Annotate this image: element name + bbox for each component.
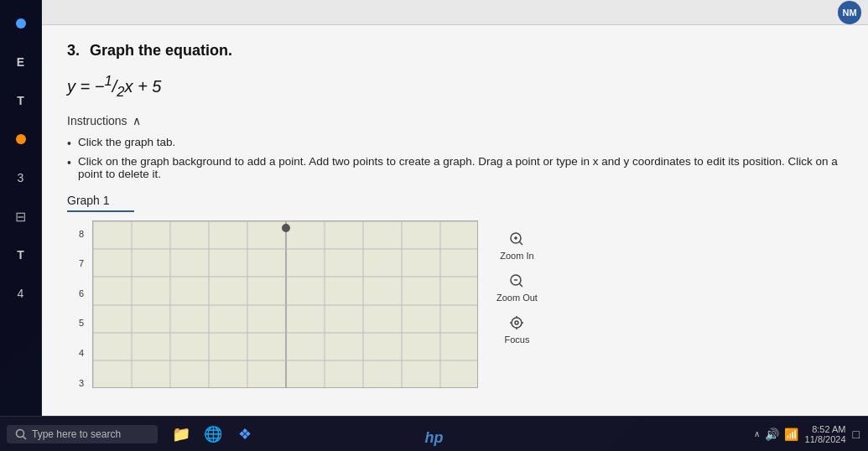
y-label-4: 4 [67,348,84,358]
zoom-out-button[interactable]: Zoom Out [496,271,538,303]
zoom-in-icon [507,229,527,249]
graph-section: Graph 1 3 4 5 6 7 8 [67,194,843,405]
svg-point-25 [512,318,522,328]
tray-volume-icon[interactable]: 🔊 [765,428,779,441]
svg-line-32 [23,436,27,439]
instruction-text-1: Click the graph tab. [78,136,175,148]
sidebar-item-5[interactable]: 3 [6,163,36,193]
instructions-list: Click the graph tab. Click on the graph … [67,136,843,180]
graph-grid[interactable] [92,220,478,388]
system-tray: ∧ 🔊 📶 8:52 AM 11/8/2024 □ [754,424,868,444]
graph-label: Graph 1 [67,194,843,207]
graph-underline [67,210,134,212]
tray-chevron-icon[interactable]: ∧ [754,429,760,438]
instruction-item-2: Click on the graph background to add a p… [67,155,843,180]
sidebar-item-8[interactable]: 4 [6,278,36,308]
main-window: NM 3. Graph the equation. y = −1/2x + 5 … [42,0,868,416]
sidebar-item-4[interactable] [6,124,36,154]
y-label-6: 6 [67,288,84,298]
sidebar-item-6[interactable]: ⊟ [6,201,36,231]
y-label-8: 8 [67,229,84,239]
user-avatar[interactable]: NM [838,1,861,24]
instructions-label: Instructions [67,114,127,127]
svg-line-21 [520,241,523,245]
sidebar-item-2[interactable]: E [6,47,36,77]
svg-point-26 [515,321,518,324]
equation-display: y = −1/2x + 5 [67,73,843,101]
zoom-out-icon [507,271,527,291]
tray-network-icon[interactable]: 📶 [784,428,798,441]
zoom-in-button[interactable]: Zoom In [496,229,538,261]
clock-area: 8:52 AM 11/8/2024 [805,424,846,444]
sidebar: E T 3 ⊟ T 4 [0,0,42,416]
graph-point [282,224,290,232]
y-label-5: 5 [67,318,84,328]
sidebar-icon-grid: ⊟ [15,209,26,225]
zoom-out-label: Zoom Out [496,293,538,303]
sidebar-dot-blue [16,18,26,29]
clock-time: 8:52 AM [812,424,845,434]
taskbar-icon-folder[interactable]: 📁 [168,421,195,448]
content-area: 3. Graph the equation. y = −1/2x + 5 Ins… [42,25,868,416]
sidebar-item-1[interactable] [6,8,36,39]
notification-icon[interactable]: □ [853,428,860,441]
taskbar-app-icons: 📁 🌐 ❖ [161,421,265,448]
desktop: E T 3 ⊟ T 4 NM 3. Graph [0,0,868,451]
search-placeholder: Type here to search [32,428,121,440]
instruction-item-1: Click the graph tab. [67,136,843,150]
sidebar-dot-orange [16,134,26,144]
taskbar: Type here to search 📁 🌐 ❖ hp ∧ 🔊 📶 8:52 … [0,416,868,451]
system-tray-icons: ∧ 🔊 📶 [754,428,798,441]
graph-area[interactable]: 3 4 5 6 7 8 [67,220,486,405]
instructions-chevron: ∧ [133,114,141,127]
taskbar-left: Type here to search 📁 🌐 ❖ [0,421,265,448]
svg-point-31 [17,429,24,437]
graph-controls: Zoom In Zoom Out [496,220,538,345]
sidebar-letter-t2: T [17,248,24,262]
instructions-toggle[interactable]: Instructions ∧ [67,114,843,127]
search-bar[interactable]: Type here to search [7,425,158,443]
sidebar-letter-t1: T [17,94,24,107]
window-topbar: NM [42,0,868,25]
problem-title: Graph the equation. [90,42,232,60]
focus-label: Focus [504,334,529,345]
sidebar-num-4: 4 [18,287,24,300]
sidebar-letter-e: E [17,55,24,69]
problem-number: 3. [67,42,80,60]
sidebar-item-7[interactable]: T [6,240,36,270]
sidebar-item-3[interactable]: T [6,86,36,116]
svg-line-24 [520,283,523,287]
clock-date: 11/8/2024 [805,434,846,444]
taskbar-icon-browser[interactable]: 🌐 [200,421,226,448]
zoom-in-label: Zoom In [500,251,533,261]
problem-header: 3. Graph the equation. [67,42,843,60]
search-icon [15,428,27,440]
taskbar-icon-app[interactable]: ❖ [231,421,258,448]
instruction-text-2: Click on the graph background to add a p… [78,155,843,180]
y-label-3: 3 [67,378,84,388]
hp-logo: hp [425,429,444,447]
grid-svg [93,221,477,387]
sidebar-num-3: 3 [18,171,24,184]
focus-icon [507,313,527,333]
graph-container: 3 4 5 6 7 8 [67,220,843,405]
y-label-7: 7 [67,258,84,268]
focus-button[interactable]: Focus [496,313,538,345]
